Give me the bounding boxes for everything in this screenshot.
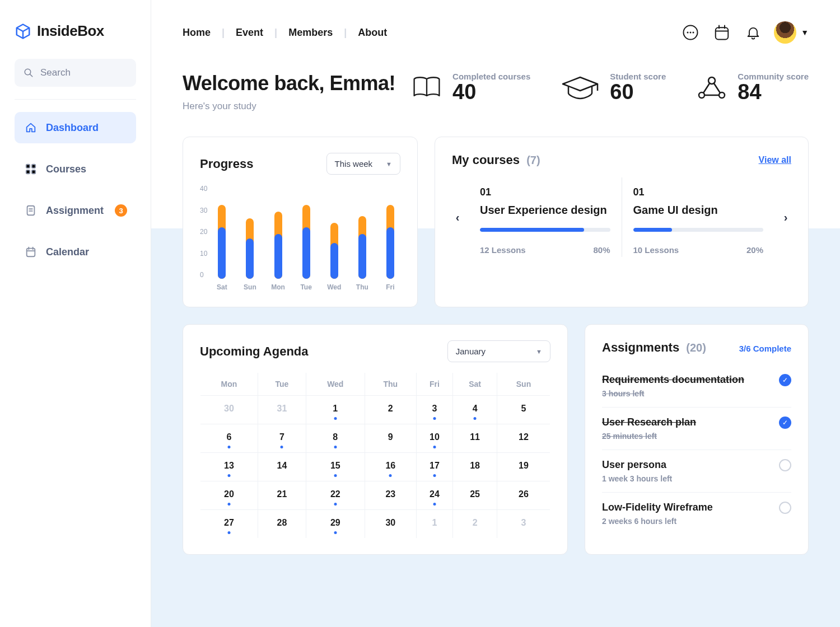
bell-icon <box>745 25 761 40</box>
assignment-item: User Research plan25 minutes left✓ <box>602 408 791 450</box>
cal-dow: Wed <box>306 373 365 396</box>
calendar-day[interactable]: 1 <box>416 510 452 539</box>
top-navigation: Home | Event | Members | About <box>183 27 387 39</box>
range-select[interactable]: This week ▼ <box>326 153 400 175</box>
calendar-day[interactable]: 18 <box>453 453 497 481</box>
assignment-time: 2 weeks 6 hours left <box>602 517 713 526</box>
assignment-item: User persona1 week 3 hours left <box>602 450 791 493</box>
grid-icon <box>25 163 37 175</box>
calendar-day[interactable]: 31 <box>258 396 306 424</box>
calendar-day[interactable]: 3 <box>416 396 452 424</box>
next-arrow[interactable]: › <box>780 211 791 224</box>
assignment-checkbox[interactable]: ✓ <box>779 374 791 386</box>
topnav-about[interactable]: About <box>358 27 387 39</box>
assignment-checkbox[interactable]: ✓ <box>779 417 791 429</box>
sidebar-item-assignment[interactable]: Assignment 3 <box>15 195 136 226</box>
assignment-checkbox[interactable] <box>779 502 791 514</box>
course-name: User Experience design <box>480 204 610 217</box>
calendar-day[interactable]: 10 <box>416 424 452 453</box>
sidebar-item-dashboard[interactable]: Dashboard <box>15 112 136 143</box>
calendar-day[interactable]: 5 <box>497 396 550 424</box>
calendar-day[interactable]: 30 <box>200 396 258 424</box>
calendar-day[interactable]: 15 <box>306 453 365 481</box>
progress-card: Progress This week ▼ 403020100 SatSunMon… <box>183 137 418 307</box>
chart-bar: Fri <box>381 205 399 291</box>
calendar-day[interactable]: 24 <box>416 481 452 510</box>
search-icon <box>24 68 34 78</box>
chart-bar: Sun <box>241 218 259 291</box>
calendar-day[interactable]: 26 <box>497 481 550 510</box>
brand-logo[interactable]: InsideBox <box>15 22 136 40</box>
calendar-day[interactable]: 14 <box>258 453 306 481</box>
calendar-day[interactable]: 4 <box>453 396 497 424</box>
progress-chart: 403020100 SatSunMonTueWedThuFri <box>200 185 400 291</box>
chart-category-label: Thu <box>356 283 368 291</box>
svg-point-20 <box>693 32 694 34</box>
topnav-members[interactable]: Members <box>288 27 333 39</box>
calendar-day[interactable]: 25 <box>453 481 497 510</box>
calendar-day[interactable]: 27 <box>200 510 258 539</box>
assignment-item: Requirements documentation3 hours left✓ <box>602 365 791 408</box>
chart-bar: Thu <box>353 216 371 291</box>
svg-point-28 <box>719 92 725 98</box>
courses-card: My courses (7) View all ‹ 01User Experie… <box>435 137 809 307</box>
topnav-event[interactable]: Event <box>236 27 263 39</box>
hero: Welcome back, Emma! Here's your study Co… <box>183 72 809 112</box>
topnav-home[interactable]: Home <box>183 27 211 39</box>
calendar-day[interactable]: 17 <box>416 453 452 481</box>
assignment-title: User persona <box>602 459 672 471</box>
range-value: This week <box>335 159 373 169</box>
calendar-day[interactable]: 9 <box>365 424 416 453</box>
calendar-day[interactable]: 20 <box>200 481 258 510</box>
calendar-day[interactable]: 19 <box>497 453 550 481</box>
sidebar-item-calendar[interactable]: Calendar <box>15 236 136 268</box>
calendar-day[interactable]: 16 <box>365 453 416 481</box>
calendar-day[interactable]: 30 <box>365 510 416 539</box>
calendar-day[interactable]: 2 <box>453 510 497 539</box>
card-title: Assignments (20) <box>602 340 706 355</box>
chat-button[interactable] <box>680 22 701 43</box>
search-input[interactable]: Search <box>15 59 136 87</box>
course-item[interactable]: 01User Experience design12 Lessons80% <box>469 177 622 257</box>
sidebar-item-label: Courses <box>46 163 86 175</box>
home-icon <box>25 121 37 134</box>
calendar-day[interactable]: 2 <box>365 396 416 424</box>
box-icon <box>15 23 31 40</box>
topbar: Home | Event | Members | About <box>151 0 840 49</box>
lesson-count: 10 Lessons <box>633 245 679 255</box>
month-select[interactable]: January ▼ <box>447 340 550 362</box>
calendar-day[interactable]: 23 <box>365 481 416 510</box>
calendar-day[interactable]: 11 <box>453 424 497 453</box>
calendar-day[interactable]: 12 <box>497 424 550 453</box>
calendar-icon <box>25 246 37 258</box>
calendar-day[interactable]: 29 <box>306 510 365 539</box>
calendar-icon <box>713 24 730 41</box>
calendar-day[interactable]: 1 <box>306 396 365 424</box>
schedule-button[interactable] <box>711 22 732 43</box>
top-actions: ▼ <box>680 21 809 44</box>
assignment-checkbox[interactable] <box>779 459 791 471</box>
calendar-day[interactable]: 3 <box>497 510 550 539</box>
lesson-count: 12 Lessons <box>480 245 526 255</box>
svg-rect-21 <box>716 27 729 39</box>
calendar-day[interactable]: 21 <box>258 481 306 510</box>
progress-bar <box>480 228 610 232</box>
calendar-day[interactable]: 22 <box>306 481 365 510</box>
page-subtitle: Here's your study <box>183 101 395 112</box>
calendar-day[interactable]: 28 <box>258 510 306 539</box>
prev-arrow[interactable]: ‹ <box>452 211 463 224</box>
sidebar-item-courses[interactable]: Courses <box>15 153 136 185</box>
course-item[interactable]: 01Game UI design10 Lessons20% <box>622 177 775 257</box>
avatar <box>774 21 796 44</box>
view-all-link[interactable]: View all <box>759 155 791 165</box>
calendar-day[interactable]: 7 <box>258 424 306 453</box>
chart-category-label: Wed <box>327 283 341 291</box>
user-menu[interactable]: ▼ <box>774 21 809 44</box>
notifications-button[interactable] <box>743 22 764 43</box>
page-title: Welcome back, Emma! <box>183 72 395 95</box>
calendar-day[interactable]: 8 <box>306 424 365 453</box>
calendar-day[interactable]: 6 <box>200 424 258 453</box>
calendar-day[interactable]: 13 <box>200 453 258 481</box>
cal-dow: Sun <box>497 373 550 396</box>
svg-rect-13 <box>27 249 35 257</box>
